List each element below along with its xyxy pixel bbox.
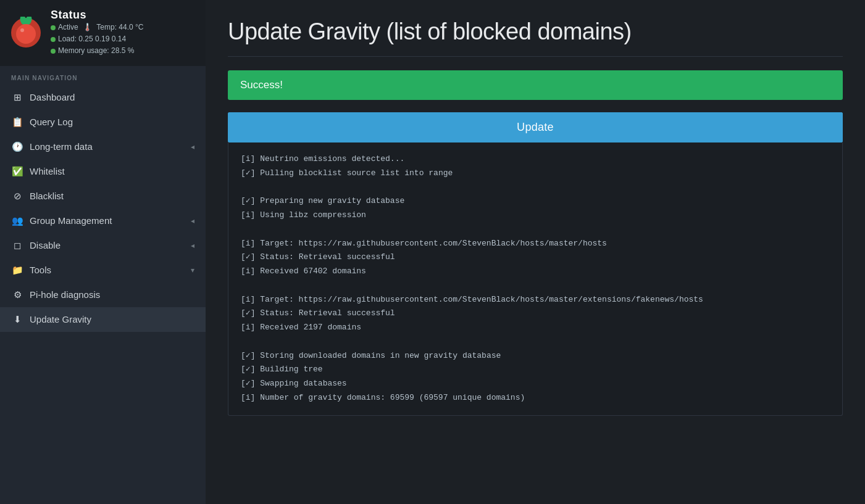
long-term-data-icon: 🕐 bbox=[11, 141, 23, 152]
tools-icon: 📁 bbox=[11, 265, 23, 276]
sidebar-item-label-blacklist: Blacklist bbox=[30, 191, 64, 201]
sidebar-title: Status bbox=[51, 9, 144, 22]
blacklist-icon: ⊘ bbox=[11, 191, 23, 202]
sidebar-item-pi-hole-diagnosis[interactable]: ⚙Pi-hole diagnosis bbox=[0, 283, 206, 307]
pi-hole-diagnosis-icon: ⚙ bbox=[11, 289, 23, 300]
update-btn-container: Update bbox=[228, 112, 843, 143]
log-output: [i] Neutrino emissions detected... [✓] P… bbox=[228, 143, 843, 416]
sidebar-item-label-dashboard: Dashboard bbox=[30, 92, 75, 102]
sidebar-title-block: Status Active 🌡️ Temp: 44.0 °C Load: 0.2… bbox=[51, 9, 144, 57]
memory-status: Memory usage: 28.5 % bbox=[51, 45, 144, 57]
sidebar-item-update-gravity[interactable]: ⬇Update Gravity bbox=[0, 307, 206, 332]
group-management-chevron-icon: ◂ bbox=[191, 217, 194, 225]
sidebar-item-tools[interactable]: 📁Tools▾ bbox=[0, 258, 206, 283]
update-button[interactable]: Update bbox=[228, 112, 843, 143]
sidebar-item-disable[interactable]: ◻Disable◂ bbox=[0, 233, 206, 258]
sidebar-item-long-term-data[interactable]: 🕐Long-term data◂ bbox=[0, 134, 206, 159]
disable-chevron-icon: ◂ bbox=[191, 241, 194, 250]
group-management-icon: 👥 bbox=[11, 215, 23, 226]
sidebar-item-label-group-management: Group Management bbox=[30, 215, 112, 226]
tools-chevron-icon: ▾ bbox=[191, 266, 194, 275]
active-dot bbox=[51, 25, 56, 30]
sidebar-item-label-pi-hole-diagnosis: Pi-hole diagnosis bbox=[30, 289, 100, 300]
sidebar-item-label-query-log: Query Log bbox=[30, 117, 73, 127]
sidebar-item-whitelist[interactable]: ✅Whitelist bbox=[0, 159, 206, 184]
whitelist-icon: ✅ bbox=[11, 166, 23, 177]
sidebar-item-query-log[interactable]: 📋Query Log bbox=[0, 110, 206, 134]
page-title: Update Gravity (list of blocked domains) bbox=[228, 19, 843, 45]
load-status: Load: 0.25 0.19 0.14 bbox=[51, 33, 144, 45]
memory-dot bbox=[51, 49, 56, 54]
success-banner: Success! bbox=[228, 70, 843, 100]
load-dot bbox=[51, 37, 56, 42]
sidebar-item-label-tools: Tools bbox=[30, 265, 51, 275]
sidebar-item-label-whitelist: Whitelist bbox=[30, 166, 65, 176]
sidebar-item-label-update-gravity: Update Gravity bbox=[30, 314, 91, 324]
title-divider bbox=[228, 56, 843, 57]
sidebar-item-dashboard[interactable]: ⊞Dashboard bbox=[0, 85, 206, 110]
pihole-logo bbox=[10, 17, 42, 49]
sidebar-item-label-disable: Disable bbox=[30, 240, 61, 250]
sidebar-item-group-management[interactable]: 👥Group Management◂ bbox=[0, 209, 206, 233]
disable-icon: ◻ bbox=[11, 240, 23, 251]
sidebar-header: Status Active 🌡️ Temp: 44.0 °C Load: 0.2… bbox=[0, 0, 206, 66]
long-term-data-chevron-icon: ◂ bbox=[191, 143, 194, 151]
sidebar-item-blacklist[interactable]: ⊘Blacklist bbox=[0, 184, 206, 209]
dashboard-icon: ⊞ bbox=[11, 92, 23, 103]
main-content: Update Gravity (list of blocked domains)… bbox=[206, 0, 865, 504]
update-gravity-icon: ⬇ bbox=[11, 314, 23, 325]
nav-items-container: ⊞Dashboard📋Query Log🕐Long-term data◂✅Whi… bbox=[0, 85, 206, 332]
sidebar-item-label-long-term-data: Long-term data bbox=[30, 141, 93, 152]
nav-section-label: MAIN NAVIGATION bbox=[0, 66, 206, 85]
active-status: Active 🌡️ Temp: 44.0 °C bbox=[51, 22, 144, 33]
sidebar: Status Active 🌡️ Temp: 44.0 °C Load: 0.2… bbox=[0, 0, 206, 504]
query-log-icon: 📋 bbox=[11, 117, 23, 128]
svg-point-4 bbox=[20, 28, 24, 32]
svg-point-3 bbox=[16, 24, 36, 44]
